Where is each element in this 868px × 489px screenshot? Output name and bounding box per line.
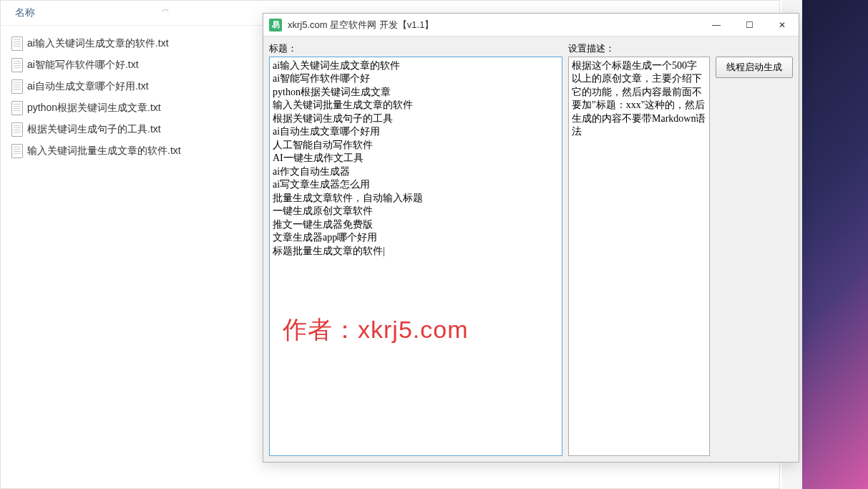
- app-icon: 易: [269, 19, 282, 32]
- description-column: 设置描述：: [568, 42, 710, 456]
- file-name: 根据关键词生成句子的工具.txt: [27, 123, 161, 136]
- generator-app-window: 易 xkrj5.com 星空软件网 开发【v1.1】 — ☐ ✕ 标题： 设置描…: [263, 13, 799, 463]
- description-textarea[interactable]: [568, 57, 710, 456]
- title-field-label: 标题：: [269, 42, 562, 55]
- text-file-icon: [11, 144, 23, 158]
- text-file-icon: [11, 79, 23, 94]
- sort-chevron-icon[interactable]: ︿: [162, 4, 170, 14]
- close-button[interactable]: ✕: [766, 14, 799, 37]
- text-file-icon: [11, 37, 23, 51]
- file-name: ai自动生成文章哪个好用.txt: [27, 80, 149, 93]
- generate-button[interactable]: 线程启动生成: [716, 57, 793, 78]
- action-column: 线程启动生成: [716, 42, 793, 456]
- file-name: 输入关键词批量生成文章的软件.txt: [27, 145, 181, 158]
- text-file-icon: [11, 58, 23, 72]
- text-file-icon: [11, 122, 23, 137]
- maximize-button[interactable]: ☐: [733, 14, 766, 37]
- app-body: 标题： 设置描述： 线程启动生成: [263, 37, 799, 462]
- window-controls: — ☐ ✕: [700, 14, 799, 37]
- column-name-label: 名称: [15, 6, 35, 18]
- desc-field-label: 设置描述：: [568, 42, 710, 55]
- minimize-button[interactable]: —: [700, 14, 733, 37]
- file-name: python根据关键词生成文章.txt: [27, 102, 161, 115]
- title-textarea[interactable]: [269, 57, 562, 456]
- text-file-icon: [11, 101, 23, 115]
- title-column: 标题：: [269, 42, 562, 456]
- titlebar[interactable]: 易 xkrj5.com 星空软件网 开发【v1.1】 — ☐ ✕: [263, 14, 799, 37]
- file-name: ai输入关键词生成文章的软件.txt: [27, 37, 169, 50]
- window-title: xkrj5.com 星空软件网 开发【v1.1】: [288, 19, 700, 32]
- file-name: ai智能写作软件哪个好.txt: [27, 59, 139, 72]
